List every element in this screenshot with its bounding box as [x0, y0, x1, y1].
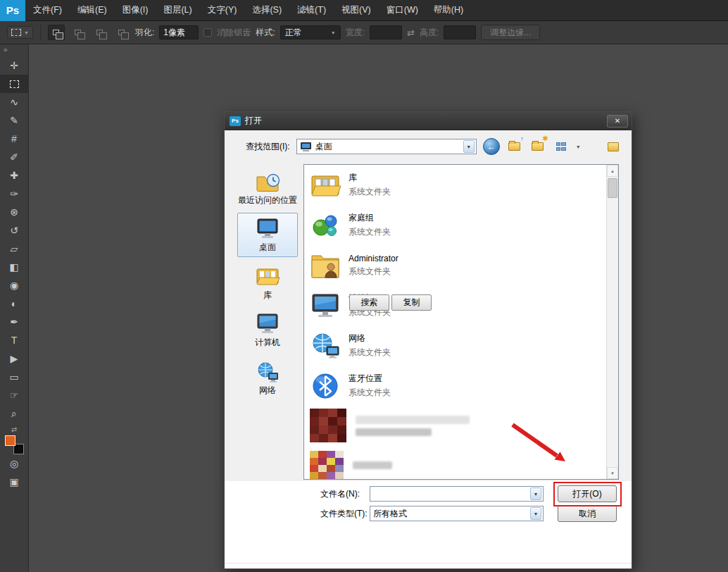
style-label: 样式: — [256, 27, 275, 39]
brush-tool[interactable]: ✑ — [0, 185, 29, 203]
place-computer[interactable]: 计算机 — [237, 308, 298, 352]
width-input[interactable] — [370, 25, 402, 39]
views-menu-button[interactable] — [553, 139, 570, 154]
look-in-label: 查找范围(I): — [246, 141, 290, 153]
file-row-censored-1[interactable] — [304, 406, 606, 445]
search-button[interactable]: 搜索 — [349, 294, 389, 311]
crop-tool[interactable]: # — [0, 130, 29, 148]
library-folder-icon — [310, 170, 341, 200]
menu-filter[interactable]: 滤镜(T) — [289, 0, 334, 20]
foreground-color-swatch[interactable] — [5, 435, 15, 446]
add-to-selection-button[interactable] — [70, 25, 87, 40]
menu-type[interactable]: 文字(Y) — [200, 0, 245, 20]
file-name-input[interactable] — [373, 487, 527, 500]
style-dropdown[interactable]: 正常 ▼ — [280, 25, 341, 39]
intersect-selection-button[interactable] — [113, 25, 130, 40]
swap-dimensions-icon[interactable]: ⇄ — [407, 27, 415, 38]
place-label: 桌面 — [259, 242, 276, 252]
pen-tool[interactable]: ✒ — [0, 313, 29, 331]
eraser-tool[interactable]: ▱ — [0, 240, 29, 258]
menu-edit[interactable]: 编辑(E) — [70, 0, 115, 20]
copy-button[interactable]: 复制 — [391, 294, 432, 311]
eyedropper-tool[interactable]: ✐ — [0, 148, 29, 166]
height-input[interactable] — [444, 25, 476, 39]
back-button[interactable]: ← — [483, 138, 500, 155]
zoom-tool[interactable]: ⌕ — [0, 404, 29, 423]
hand-tool[interactable]: ☞ — [0, 386, 29, 404]
menu-layer[interactable]: 图层(L) — [156, 0, 199, 20]
file-row-censored-2[interactable] — [304, 445, 606, 479]
path-selection-tool[interactable]: ▶ — [0, 349, 29, 368]
scrollbar[interactable]: ▲ ▼ — [606, 165, 618, 479]
file-row-network[interactable]: 网络 系统文件夹 — [304, 325, 606, 366]
refine-edge-button[interactable]: 调整边缘... — [481, 25, 540, 40]
antialias-checkbox[interactable] — [203, 28, 212, 37]
new-selection-mode-button[interactable] — [48, 25, 65, 40]
scrollbar-thumb[interactable] — [608, 178, 617, 198]
tool-preset-picker[interactable]: ▼ — [7, 26, 33, 39]
file-name-combobox[interactable]: ▼ — [370, 486, 544, 502]
width-label: 宽度: — [346, 27, 365, 39]
dialog-bottom-panel: 文件名(N): ▼ 文件类型(T): 所有格式 ▼ 打开(O) 取消 — [225, 481, 632, 568]
file-row-homegroup[interactable]: 家庭组 系统文件夹 — [304, 205, 606, 245]
feather-input[interactable] — [159, 25, 199, 39]
height-label: 高度: — [420, 27, 439, 39]
subtract-from-selection-button[interactable] — [92, 25, 108, 40]
menu-image[interactable]: 图像(I) — [115, 0, 156, 20]
file-name: Administrator — [349, 254, 398, 263]
new-folder-icon — [532, 142, 544, 151]
look-in-combobox[interactable]: 桌面 ▼ — [296, 139, 477, 154]
blur-tool[interactable]: ◉ — [0, 276, 29, 294]
close-button[interactable]: ✕ — [607, 115, 628, 128]
open-button[interactable]: 打开(O) — [558, 485, 617, 502]
file-row-administrator[interactable]: Administrator 系统文件夹 — [304, 245, 606, 285]
libraries-icon — [255, 266, 280, 288]
place-libraries[interactable]: 库 — [237, 261, 298, 304]
menu-help[interactable]: 帮助(H) — [426, 0, 471, 20]
add-selection-icon — [75, 30, 81, 35]
cancel-button[interactable]: 取消 — [558, 505, 617, 522]
scroll-down-button[interactable]: ▼ — [607, 467, 618, 479]
gradient-tool[interactable]: ◧ — [0, 258, 29, 276]
dialog-titlebar[interactable]: Ps 打开 ✕ — [225, 112, 632, 130]
places-sidebar: 最近访问的位置 桌面 库 — [234, 164, 301, 480]
chevron-down-icon[interactable]: ▼ — [463, 140, 475, 153]
chevron-down-icon[interactable]: ▼ — [530, 507, 541, 520]
chevron-down-icon[interactable]: ▼ — [530, 487, 541, 500]
image-preview-toggle-button[interactable] — [605, 139, 622, 154]
homegroup-icon — [310, 211, 341, 240]
file-type-dropdown[interactable]: 所有格式 ▼ — [370, 506, 544, 521]
menu-select[interactable]: 选择(S) — [244, 0, 289, 20]
menu-file[interactable]: 文件(F) — [25, 0, 70, 20]
dodge-tool[interactable]: ◐ — [0, 294, 29, 313]
menu-window[interactable]: 窗口(W) — [379, 0, 426, 20]
type-tool[interactable]: T — [0, 331, 29, 349]
collapse-panel-icon[interactable]: » — [0, 44, 11, 56]
spot-healing-brush-tool[interactable]: ✚ — [0, 166, 29, 185]
rectangular-marquee-tool[interactable] — [0, 75, 29, 93]
up-one-level-button[interactable]: ↑ — [506, 139, 523, 154]
swap-colors-icon[interactable]: ⇄ — [11, 425, 17, 433]
place-network[interactable]: 网络 — [237, 356, 298, 399]
menu-view[interactable]: 视图(V) — [334, 0, 379, 20]
place-desktop[interactable]: 桌面 — [237, 213, 298, 256]
move-tool[interactable]: ✛ — [0, 56, 29, 75]
history-brush-tool[interactable]: ↺ — [0, 221, 29, 240]
lasso-tool[interactable]: ∿ — [0, 93, 29, 111]
recent-places-icon — [255, 170, 280, 193]
computer-icon — [255, 313, 280, 335]
rectangle-tool[interactable]: ▭ — [0, 368, 29, 386]
new-folder-button[interactable]: ✱ — [529, 139, 546, 154]
place-recent[interactable]: 最近访问的位置 — [237, 166, 298, 209]
file-row-bluetooth[interactable]: 蓝牙位置 系统文件夹 — [304, 366, 606, 406]
file-row-libraries[interactable]: 库 系统文件夹 — [304, 165, 606, 205]
scroll-up-button[interactable]: ▲ — [607, 165, 618, 177]
quick-selection-tool[interactable]: ✎ — [0, 111, 29, 130]
screen-mode-button[interactable]: ▣ — [0, 473, 29, 491]
place-label: 库 — [263, 290, 272, 300]
quick-mask-button[interactable]: ◎ — [0, 454, 29, 473]
clone-stamp-tool[interactable]: ⊛ — [0, 203, 29, 221]
marquee-icon — [10, 80, 19, 88]
style-value: 正常 — [285, 27, 302, 39]
user-folder-icon — [310, 251, 341, 280]
